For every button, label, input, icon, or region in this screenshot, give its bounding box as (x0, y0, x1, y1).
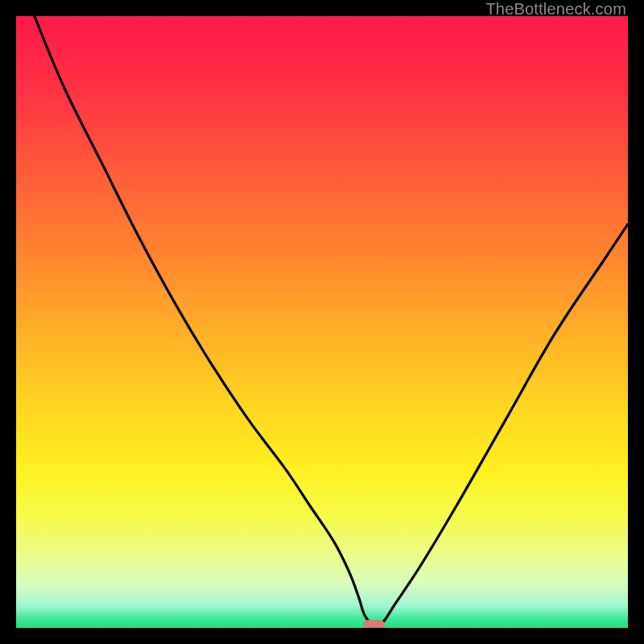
optimal-marker (363, 620, 385, 628)
watermark-text: TheBottleneck.com (485, 0, 626, 19)
bottleneck-chart: TheBottleneck.com (0, 0, 644, 644)
bottleneck-curve (16, 16, 628, 625)
curve-layer (16, 16, 628, 628)
plot-area (16, 16, 628, 628)
